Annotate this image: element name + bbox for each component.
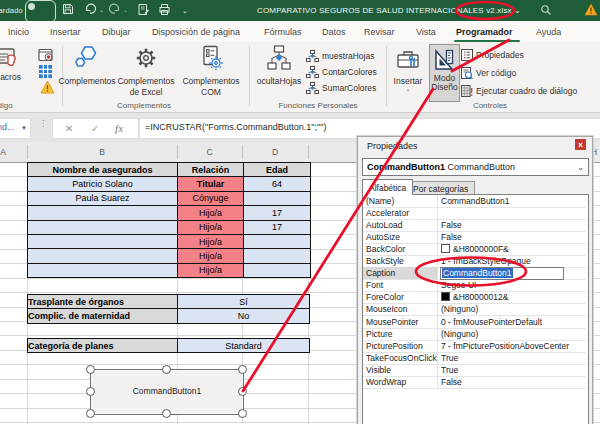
property-row-forecolor[interactable]: ForeColor&H80000012& <box>363 291 586 304</box>
insured-header-cell[interactable]: Edad <box>244 163 311 177</box>
property-row-autosize[interactable]: AutoSizeFalse <box>363 231 586 244</box>
cell-age[interactable] <box>244 263 311 277</box>
cell-relation[interactable]: Hijo/a <box>178 220 244 234</box>
modo-diseno-button[interactable]: Modo Diseño <box>429 44 460 102</box>
category-table[interactable]: Categoría de planesStandard <box>27 338 310 353</box>
selection-handle[interactable] <box>86 387 95 396</box>
selection-handle[interactable] <box>86 409 95 418</box>
cell-age[interactable] <box>244 249 311 263</box>
name-box[interactable]: nd... ▼ <box>0 118 31 139</box>
selection-handle[interactable] <box>162 409 171 418</box>
macros-button[interactable]: Macros <box>0 46 35 102</box>
close-icon[interactable]: x <box>575 139 586 150</box>
insured-header-cell[interactable]: Nombre de asegurados <box>28 163 178 177</box>
cell-age[interactable] <box>244 191 311 205</box>
column-header-b[interactable]: B <box>27 142 177 162</box>
insert-function-icon[interactable]: fx <box>115 119 123 138</box>
cell-age[interactable]: 17 <box>244 220 311 234</box>
property-row-accelerator[interactable]: Accelerator <box>363 207 586 220</box>
formula-bar-resizer[interactable]: ⋮ <box>39 122 41 134</box>
property-row-autoload[interactable]: AutoLoadFalse <box>363 219 586 232</box>
complementos-button[interactable]: Complementos <box>57 44 117 87</box>
autosave-toggle[interactable] <box>25 0 56 23</box>
macro-security-icon[interactable] <box>40 80 55 98</box>
property-row-caption[interactable]: CaptionCommandButton1 <box>363 267 586 280</box>
complementos-com-button[interactable]: Complementos COM <box>180 44 242 98</box>
property-row-backcolor[interactable]: BackColor&H8000000F& <box>363 243 586 256</box>
propiedades-button[interactable]: Propiedades <box>461 49 524 61</box>
cell-category-label[interactable]: Categoría de planes <box>28 339 178 353</box>
cell-age[interactable]: 17 <box>244 206 311 220</box>
tab-f-rmulas[interactable]: Fórmulas <box>264 21 302 42</box>
cancel-icon[interactable]: ✕ <box>65 119 73 138</box>
cell-category-value[interactable]: Standard <box>178 339 310 353</box>
complementos-de-excel-button[interactable]: Complementos de Excel <box>112 44 180 98</box>
properties-panel[interactable]: Propiedades x CommandButton1 CommandButt… <box>357 136 593 424</box>
property-row-name[interactable]: (Name)CommandButton1 <box>363 195 586 208</box>
property-row-wordwrap[interactable]: WordWrapFalse <box>363 376 586 389</box>
cell-relation[interactable]: Hijo/a <box>178 263 244 277</box>
tab-categorized[interactable]: Por categorías <box>406 181 475 195</box>
cell-name[interactable]: Patricio Solano <box>28 177 178 191</box>
insertar-control-button[interactable]: Insertar ⌄ <box>388 48 428 92</box>
tab-revisar[interactable]: Revisar <box>364 21 395 42</box>
cell-relation[interactable]: Cónyuge <box>178 191 244 205</box>
insured-table[interactable]: Nombre de aseguradosRelaciónEdadPatricio… <box>27 162 311 278</box>
cell-option-value[interactable]: Sí <box>178 295 310 309</box>
tab-vista[interactable]: Vista <box>416 21 436 42</box>
cell-relation[interactable]: Hijo/a <box>178 206 244 220</box>
cell-relation[interactable]: Titular <box>178 177 244 191</box>
cell-relation[interactable]: Hijo/a <box>178 234 244 248</box>
property-row-font[interactable]: FontSegoe UI <box>363 279 586 292</box>
save-icon[interactable] <box>62 3 76 17</box>
cell-age[interactable] <box>244 234 311 248</box>
column-header-c[interactable]: C <box>177 142 242 162</box>
tab-insertar[interactable]: Insertar <box>50 21 81 42</box>
property-row-picture[interactable]: Picture(Ninguno) <box>363 328 586 341</box>
cell-option-value[interactable]: No <box>178 309 310 323</box>
cell-name[interactable] <box>28 206 178 220</box>
tab-disposici-n-de-p-gina[interactable]: Disposición de página <box>152 21 240 42</box>
tab-datos[interactable]: Datos <box>322 21 346 42</box>
muestrahojas-button[interactable]: muestraHojas <box>306 50 374 62</box>
tab-inicio[interactable]: Inicio <box>8 21 29 42</box>
caption-edit-field[interactable]: CommandButton1 <box>440 267 564 280</box>
cell-option-label[interactable]: Trasplante de órganos <box>28 295 178 309</box>
column-header-d[interactable]: D <box>242 142 308 162</box>
tab-alphabetic[interactable]: Alfabética <box>362 179 413 195</box>
selection-handle[interactable] <box>238 387 247 396</box>
property-row-pictureposition[interactable]: PicturePosition7 - fmPicturePositionAbov… <box>363 340 586 353</box>
name-box-dropdown-icon[interactable]: ▼ <box>21 125 27 131</box>
selection-handle[interactable] <box>162 365 171 374</box>
selection-handle[interactable] <box>238 365 247 374</box>
cell-name[interactable] <box>28 249 178 263</box>
tab-dibujar[interactable]: Dibujar <box>102 21 131 42</box>
record-macro-icon[interactable] <box>38 48 54 67</box>
object-dropdown[interactable]: CommandButton1 CommandButton ⌄ <box>362 158 589 176</box>
property-row-takefocusonclick[interactable]: TakeFocusOnClickTrue <box>363 352 586 365</box>
cell-name[interactable] <box>28 234 178 248</box>
tab-ayuda[interactable]: Ayuda <box>536 21 561 42</box>
property-grid[interactable]: (Name)CommandButton1AcceleratorAutoLoadF… <box>362 194 589 424</box>
search-icon[interactable] <box>540 4 554 18</box>
cell-age[interactable]: 64 <box>244 177 311 191</box>
column-header-a[interactable]: A <box>0 142 14 162</box>
tab-programador[interactable]: Programador <box>456 21 513 42</box>
sumarcolores-button[interactable]: SumarColores <box>306 82 376 94</box>
title-dropdown-chevron[interactable]: ⌄ <box>514 6 521 15</box>
warning-icon[interactable] <box>584 3 598 17</box>
insured-header-cell[interactable]: Relación <box>178 163 244 177</box>
options-table[interactable]: Trasplante de órganosSíComplic. de mater… <box>27 294 310 324</box>
cell-name[interactable] <box>28 263 178 277</box>
cell-name[interactable] <box>28 220 178 234</box>
enter-icon[interactable]: ✓ <box>91 119 99 138</box>
property-row-mousepointer[interactable]: MousePointer0 - fmMousePointerDefault <box>363 316 586 329</box>
ejecutar-cuadro-de-di-logo-button[interactable]: !Ejecutar cuadro de diálogo <box>461 85 577 97</box>
property-row-backstyle[interactable]: BackStyle1 - fmBackStyleOpaque <box>363 255 586 268</box>
cell-relation[interactable]: Hijo/a <box>178 249 244 263</box>
property-row-mouseicon[interactable]: MouseIcon(Ninguno) <box>363 303 586 316</box>
selection-handle[interactable] <box>86 365 95 374</box>
property-row-visible[interactable]: VisibleTrue <box>363 364 586 377</box>
selection-handle[interactable] <box>238 409 247 418</box>
ocultahojas-button[interactable]: ocultaHojas <box>252 44 306 87</box>
